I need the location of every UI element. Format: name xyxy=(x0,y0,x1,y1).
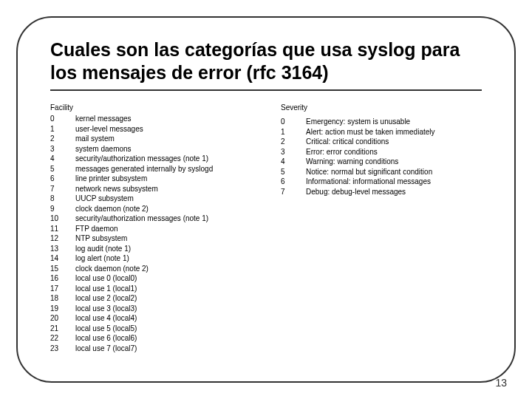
facility-code: 3 xyxy=(50,144,75,154)
severity-desc: Notice: normal but significant condition xyxy=(306,167,482,177)
severity-code: 2 xyxy=(281,137,306,147)
title-underline xyxy=(50,89,482,91)
severity-row: 6Informational: informational messages xyxy=(281,177,482,187)
severity-desc: Debug: debug-level messages xyxy=(306,187,482,197)
facility-code: 22 xyxy=(50,333,75,344)
severity-desc: Warning: warning conditions xyxy=(306,157,482,167)
severity-row: 1Alert: action must be taken immediately xyxy=(281,127,482,137)
facility-desc: NTP subsystem xyxy=(75,233,251,244)
facility-row: 20local use 4 (local4) xyxy=(50,313,251,324)
facility-desc: mail system xyxy=(75,134,251,144)
facility-desc: local use 6 (local6) xyxy=(75,333,251,344)
severity-code: 7 xyxy=(281,187,306,197)
facility-header: Facility xyxy=(50,103,251,113)
facility-row: 23local use 7 (local7) xyxy=(50,344,251,354)
severity-header: Severity xyxy=(281,103,482,113)
facility-row: 18local use 2 (local2) xyxy=(50,293,251,304)
facility-desc: log audit (note 1) xyxy=(75,244,251,254)
severity-list: 0Emergency: system is unusable1Alert: ac… xyxy=(281,117,482,197)
severity-code: 5 xyxy=(281,167,306,177)
facility-code: 14 xyxy=(50,253,75,264)
facility-desc: clock daemon (note 2) xyxy=(75,264,251,274)
facility-desc: log alert (note 1) xyxy=(75,253,251,264)
facility-row: 15clock daemon (note 2) xyxy=(50,264,251,274)
facility-desc: system daemons xyxy=(75,144,251,154)
facility-code: 11 xyxy=(50,224,75,234)
facility-row: 10security/authorization messages (note … xyxy=(50,214,251,224)
facility-desc: network news subsystem xyxy=(75,184,251,194)
facility-code: 17 xyxy=(50,284,75,294)
facility-code: 13 xyxy=(50,244,75,254)
facility-code: 0 xyxy=(50,114,75,124)
facility-code: 6 xyxy=(50,174,75,184)
severity-desc: Critical: critical conditions xyxy=(306,137,482,147)
severity-desc: Alert: action must be taken immediately xyxy=(306,127,482,137)
facility-code: 7 xyxy=(50,184,75,194)
facility-code: 20 xyxy=(50,313,75,324)
facility-desc: FTP daemon xyxy=(75,224,251,234)
severity-row: 4Warning: warning conditions xyxy=(281,157,482,167)
content-columns: Facility 0kernel messages1user-level mes… xyxy=(50,103,482,354)
severity-column: Severity 0Emergency: system is unusable1… xyxy=(281,103,482,354)
facility-desc: messages generated internally by syslogd xyxy=(75,164,251,174)
facility-desc: local use 4 (local4) xyxy=(75,313,251,324)
facility-desc: local use 1 (local1) xyxy=(75,284,251,294)
facility-desc: security/authorization messages (note 1) xyxy=(75,214,251,224)
facility-code: 19 xyxy=(50,304,75,314)
facility-code: 18 xyxy=(50,293,75,304)
facility-row: 12NTP subsystem xyxy=(50,233,251,244)
facility-code: 10 xyxy=(50,214,75,224)
facility-desc: local use 2 (local2) xyxy=(75,293,251,304)
severity-code: 4 xyxy=(281,157,306,167)
facility-row: 13log audit (note 1) xyxy=(50,244,251,254)
facility-code: 8 xyxy=(50,194,75,204)
severity-desc: Emergency: system is unusable xyxy=(306,117,482,127)
facility-code: 9 xyxy=(50,204,75,214)
severity-desc: Informational: informational messages xyxy=(306,177,482,187)
facility-list: 0kernel messages1user-level messages2mai… xyxy=(50,114,251,353)
severity-row: 2Critical: critical conditions xyxy=(281,137,482,147)
severity-code: 0 xyxy=(281,117,306,127)
facility-desc: local use 3 (local3) xyxy=(75,304,251,314)
facility-desc: user-level messages xyxy=(75,124,251,134)
severity-code: 1 xyxy=(281,127,306,137)
slide-frame: Cuales son las categorías que usa syslog… xyxy=(16,16,516,383)
severity-row: 5Notice: normal but significant conditio… xyxy=(281,167,482,177)
facility-desc: local use 5 (local5) xyxy=(75,324,251,334)
facility-desc: security/authorization messages (note 1) xyxy=(75,154,251,164)
facility-row: 7network news subsystem xyxy=(50,184,251,194)
severity-code: 3 xyxy=(281,147,306,157)
facility-row: 3system daemons xyxy=(50,144,251,154)
facility-row: 1user-level messages xyxy=(50,124,251,134)
facility-desc: clock daemon (note 2) xyxy=(75,204,251,214)
slide: Cuales son las categorías que usa syslog… xyxy=(0,0,532,399)
severity-desc: Error: error conditions xyxy=(306,147,482,157)
severity-row: 0Emergency: system is unusable xyxy=(281,117,482,127)
facility-row: 22local use 6 (local6) xyxy=(50,333,251,344)
severity-row: 3Error: error conditions xyxy=(281,147,482,157)
facility-column: Facility 0kernel messages1user-level mes… xyxy=(50,103,251,354)
facility-desc: line printer subsystem xyxy=(75,174,251,184)
facility-row: 17local use 1 (local1) xyxy=(50,284,251,294)
facility-row: 8UUCP subsystem xyxy=(50,194,251,204)
facility-code: 12 xyxy=(50,233,75,244)
facility-row: 14log alert (note 1) xyxy=(50,253,251,264)
facility-code: 23 xyxy=(50,344,75,354)
facility-row: 21local use 5 (local5) xyxy=(50,324,251,334)
facility-row: 0kernel messages xyxy=(50,114,251,124)
facility-row: 16local use 0 (local0) xyxy=(50,273,251,284)
facility-code: 5 xyxy=(50,164,75,174)
slide-title: Cuales son las categorías que usa syslog… xyxy=(50,38,482,85)
facility-code: 21 xyxy=(50,324,75,334)
facility-code: 16 xyxy=(50,273,75,284)
facility-code: 4 xyxy=(50,154,75,164)
facility-desc: local use 7 (local7) xyxy=(75,344,251,354)
page-number: 13 xyxy=(495,377,507,389)
facility-row: 19local use 3 (local3) xyxy=(50,304,251,314)
facility-desc: local use 0 (local0) xyxy=(75,273,251,284)
facility-row: 11FTP daemon xyxy=(50,224,251,234)
facility-row: 5messages generated internally by syslog… xyxy=(50,164,251,174)
facility-row: 2mail system xyxy=(50,134,251,144)
facility-row: 9clock daemon (note 2) xyxy=(50,204,251,214)
severity-code: 6 xyxy=(281,177,306,187)
